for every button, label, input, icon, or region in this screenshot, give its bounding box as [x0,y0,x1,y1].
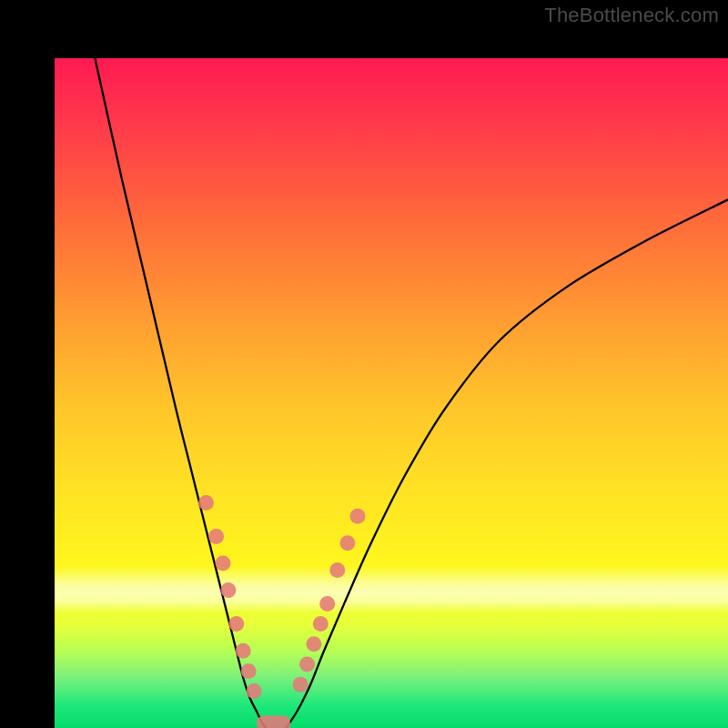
data-dot [293,677,308,693]
data-dot [208,529,224,544]
dots-left [198,495,262,699]
data-dot [241,663,257,679]
curve-right [284,199,728,728]
chart-frame [0,0,728,728]
data-dot [228,616,244,632]
svg-rect-0 [257,715,290,728]
data-dot [319,596,335,612]
data-dot [198,495,214,511]
data-dot [339,535,355,551]
watermark-text: TheBottleneck.com [544,4,719,27]
data-dot [313,616,329,632]
data-dot [247,683,262,699]
data-dot [329,562,345,578]
curve-layer [55,58,728,728]
bottom-blob [257,715,290,728]
curve-left [95,58,269,728]
data-dot [236,643,251,659]
data-dot [299,657,315,672]
data-dot [350,509,366,524]
data-dot [220,582,236,598]
data-dot [306,636,321,652]
data-dot [216,556,231,571]
chart-plot-area [55,58,728,728]
dots-right [293,509,366,693]
